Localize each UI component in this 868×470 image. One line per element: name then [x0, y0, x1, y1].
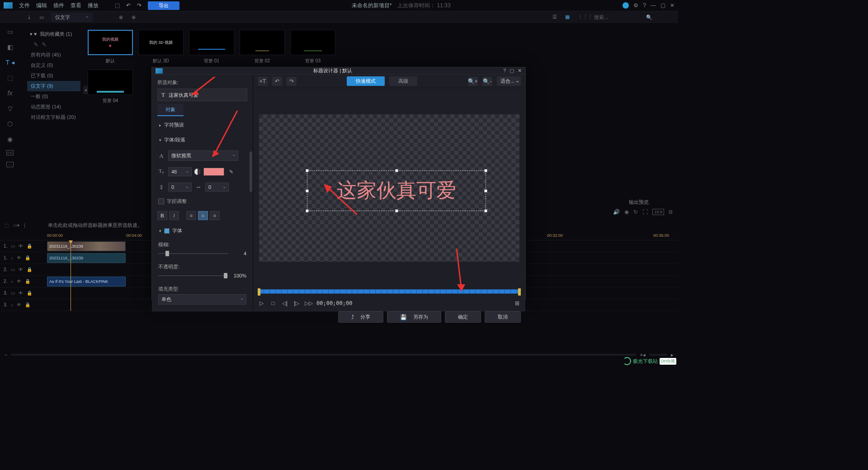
tl-tool3-icon[interactable]: |	[24, 223, 25, 228]
search-icon[interactable]: 🔍	[646, 14, 653, 21]
new-icon[interactable]: ⊕	[117, 14, 124, 21]
align-right-button[interactable]: ≡	[210, 211, 220, 220]
zoom-out-icon[interactable]: −	[5, 352, 7, 357]
lock-icon[interactable]: 🔒	[25, 255, 30, 260]
fit-select[interactable]: 适合...	[497, 76, 521, 86]
safe-zone-icon[interactable]: ⊞	[514, 300, 521, 306]
preview-canvas[interactable]: 这家伙真可爱	[253, 88, 525, 287]
thumb-bg02[interactable]: 背景 02	[240, 30, 285, 64]
save-as-button[interactable]: 💾另存为	[387, 311, 441, 323]
favorites-header[interactable]: ▾ ♥ 我的收藏夹 (1)	[27, 29, 80, 39]
media-room-icon[interactable]: ▭	[5, 27, 14, 36]
new2-icon[interactable]: ⊕	[130, 14, 137, 21]
selected-object-field[interactable]: T 这家伙真可爱	[157, 89, 247, 101]
prev-frame-icon[interactable]: ◁|	[281, 300, 288, 306]
align-center-button[interactable]: ≡	[198, 211, 208, 220]
eye-icon[interactable]: 👁	[17, 302, 21, 307]
tree-custom[interactable]: 自定义 (0)	[27, 60, 80, 70]
thumb-bg01[interactable]: 背景 01	[189, 30, 234, 64]
eye-icon[interactable]: 👁	[19, 291, 23, 296]
folder-icon[interactable]: ▭	[38, 14, 45, 21]
properties-scrollbar[interactable]	[250, 151, 252, 192]
lock-icon[interactable]: 🔒	[27, 291, 32, 296]
menu-file[interactable]: 文件	[19, 2, 30, 9]
advanced-mode-tab[interactable]: 高级	[389, 76, 417, 86]
preset-accordion[interactable]: ▸字符预设	[157, 119, 247, 131]
paragraph-accordion[interactable]: ▾字体/段落	[157, 134, 247, 146]
dialog-help-icon[interactable]: ?	[503, 68, 506, 74]
audio-clip[interactable]: As If It's Your Last - BLACKPINK	[47, 277, 126, 287]
zoom-out-icon[interactable]: 🔍-	[482, 77, 492, 86]
title-timeline[interactable]	[253, 287, 525, 296]
menu-view[interactable]: 查看	[71, 2, 81, 9]
thumb-3d[interactable]: 我的 3D 视频 默认 3D	[138, 30, 184, 64]
color-mode-icon[interactable]	[194, 169, 201, 175]
playhead[interactable]	[71, 240, 71, 311]
eye-icon[interactable]: 👁	[17, 255, 21, 260]
view-list-icon[interactable]: ☰	[552, 14, 560, 20]
menu-play[interactable]: 播放	[88, 2, 99, 9]
filter-dropdown[interactable]: 仅文字	[51, 13, 93, 22]
timeline-hscroll[interactable]: − + ◂ ▸	[5, 352, 674, 357]
expand-icon[interactable]: ⛶	[642, 209, 648, 215]
font-family-select[interactable]: 微软雅黑	[168, 150, 238, 161]
tree-all[interactable]: 所有内容 (45)	[27, 50, 80, 60]
tree-dialog[interactable]: 对话框文字标题 (20)	[27, 112, 80, 122]
resize-handle[interactable]	[306, 169, 309, 172]
thumb-bg03[interactable]: 背景 03	[290, 30, 335, 64]
zoom-in-icon[interactable]: 🔍+	[468, 77, 478, 86]
settings-icon[interactable]: ⚙	[633, 2, 638, 9]
lock-icon[interactable]: 🔒	[25, 302, 30, 307]
tree-motion[interactable]: 动态图形 (14)	[27, 102, 80, 112]
ok-button[interactable]: 确定	[445, 311, 481, 323]
resize-handle[interactable]	[484, 169, 487, 172]
italic-button[interactable]: I	[169, 211, 179, 220]
lock-icon[interactable]: 🔒	[25, 279, 30, 284]
cloud-icon[interactable]	[623, 2, 629, 9]
stop-icon[interactable]: □	[269, 300, 277, 306]
resize-handle[interactable]	[395, 169, 398, 172]
overlay-room-icon[interactable]: ▽	[5, 104, 14, 113]
fast-fwd-icon[interactable]: ▷▷	[305, 300, 312, 306]
dialog-max-icon[interactable]: ▢	[509, 68, 514, 74]
color-room-icon[interactable]: ◧	[5, 42, 14, 52]
thumb-default[interactable]: 我的视频 ♥ 默认	[88, 30, 133, 64]
redo-icon[interactable]: ↷	[137, 2, 142, 9]
minimize-icon[interactable]: —	[651, 2, 656, 9]
opacity-slider[interactable]: 100%	[158, 272, 246, 279]
undo-icon[interactable]: ↶	[126, 2, 131, 9]
share-button[interactable]: ⤴分享	[338, 311, 383, 323]
eyedropper-icon[interactable]: ✎	[227, 168, 235, 176]
fill-type-select[interactable]: 单色	[158, 294, 246, 305]
aspect-badge[interactable]: 16:9	[652, 209, 664, 215]
title-room-icon[interactable]: T ◂	[5, 58, 14, 67]
thumb-bg04[interactable]: 背景 04	[88, 70, 133, 104]
play-icon[interactable]: ▷	[258, 300, 265, 306]
loop-icon[interactable]: ↻	[633, 209, 638, 215]
undo-icon[interactable]: ↶	[272, 77, 282, 86]
resize-handle[interactable]	[484, 189, 487, 193]
title-text-box[interactable]: 这家伙真可爱	[307, 170, 486, 211]
font-size-select[interactable]: 48	[168, 167, 192, 176]
tl-tool2-icon[interactable]: ▭▾	[13, 223, 19, 228]
char-spacing-select[interactable]: 0	[205, 183, 229, 192]
blur-slider[interactable]: 4	[158, 250, 246, 257]
fast-mode-tab[interactable]: 快速模式	[347, 76, 385, 86]
resize-handle[interactable]	[484, 209, 487, 212]
cc-room-icon[interactable]: CC	[6, 150, 14, 155]
eye-icon[interactable]: 👁	[19, 267, 23, 272]
resize-handle[interactable]	[306, 189, 309, 193]
tree-downloaded[interactable]: 已下载 (0)	[27, 70, 80, 81]
collapse-tree-icon[interactable]: ◂	[83, 86, 88, 94]
bold-button[interactable]: B	[157, 211, 167, 220]
audio-clip[interactable]: 20231116_130239	[47, 253, 126, 263]
tree-textonly[interactable]: 仅文字 (9)	[27, 81, 80, 91]
kerning-checkbox[interactable]: 字距调整	[157, 196, 247, 207]
eye-icon[interactable]: 👁	[19, 244, 23, 249]
volume-icon[interactable]: 🔊	[613, 209, 620, 215]
chapter-room-icon[interactable]: ⋯	[6, 162, 14, 167]
resize-handle[interactable]	[306, 209, 309, 212]
tree-general[interactable]: 一般 (0)	[27, 91, 80, 102]
snapshot-icon[interactable]: ◉	[624, 209, 629, 215]
maximize-icon[interactable]: ▢	[660, 2, 665, 9]
